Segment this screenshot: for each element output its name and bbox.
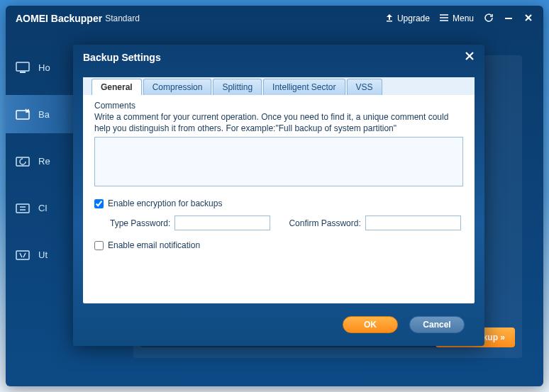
dialog-body: General Compression Splitting Intelligen… bbox=[83, 77, 475, 303]
upgrade-button[interactable]: Upgrade bbox=[384, 13, 430, 25]
upgrade-icon bbox=[384, 13, 394, 25]
comments-heading: Comments bbox=[94, 101, 463, 111]
email-row: Enable email notification bbox=[94, 240, 463, 250]
comments-description: Write a comment for your current operati… bbox=[94, 112, 463, 134]
ok-button[interactable]: OK bbox=[343, 316, 398, 333]
dialog-title: Backup Settings bbox=[83, 52, 161, 63]
svg-point-0 bbox=[440, 14, 441, 16]
minimize-button[interactable] bbox=[504, 13, 514, 25]
backup-icon bbox=[16, 108, 31, 121]
encryption-label: Enable encryption for backups bbox=[108, 198, 222, 208]
tab-general[interactable]: General bbox=[92, 79, 142, 95]
minimize-icon bbox=[504, 13, 514, 25]
svg-rect-8 bbox=[16, 204, 29, 213]
email-checkbox[interactable] bbox=[94, 241, 104, 250]
restore-icon bbox=[16, 155, 31, 167]
refresh-icon bbox=[484, 13, 494, 25]
close-icon bbox=[523, 13, 533, 25]
close-icon bbox=[465, 51, 475, 61]
sidebar-item-label: Ho bbox=[38, 62, 50, 73]
utilities-icon bbox=[16, 248, 31, 261]
backup-settings-dialog: Backup Settings General Compression Spli… bbox=[73, 45, 484, 346]
app-window: AOMEI Backupper Standard Upgrade Menu bbox=[6, 6, 543, 386]
menu-label: Menu bbox=[453, 13, 474, 23]
sidebar-item-label: Cl bbox=[38, 203, 47, 213]
app-title: AOMEI Backupper bbox=[16, 13, 102, 24]
close-app-button[interactable] bbox=[523, 13, 533, 25]
type-password-input[interactable] bbox=[174, 215, 270, 230]
confirm-password-label: Confirm Password: bbox=[289, 218, 360, 228]
cancel-button[interactable]: Cancel bbox=[409, 316, 465, 333]
refresh-button[interactable] bbox=[484, 13, 494, 25]
upgrade-label: Upgrade bbox=[397, 13, 430, 23]
tab-splitting[interactable]: Splitting bbox=[213, 79, 262, 95]
encryption-row: Enable encryption for backups bbox=[94, 198, 463, 208]
dialog-footer: OK Cancel bbox=[343, 316, 465, 333]
password-row: Type Password: Confirm Password: bbox=[110, 215, 463, 230]
email-label: Enable email notification bbox=[108, 240, 200, 250]
svg-rect-5 bbox=[20, 72, 26, 73]
type-password-label: Type Password: bbox=[110, 218, 170, 228]
sidebar-item-label: Ut bbox=[38, 250, 48, 260]
tab-intelligent-sector[interactable]: Intelligent Sector bbox=[263, 79, 345, 95]
tab-vss[interactable]: VSS bbox=[347, 79, 382, 95]
svg-point-2 bbox=[440, 20, 441, 21]
svg-rect-3 bbox=[505, 18, 512, 19]
tab-compression[interactable]: Compression bbox=[143, 79, 212, 95]
dialog-close-button[interactable] bbox=[465, 51, 475, 64]
comments-input[interactable] bbox=[94, 137, 463, 186]
menu-button[interactable]: Menu bbox=[440, 13, 474, 25]
svg-point-1 bbox=[440, 17, 441, 18]
encryption-checkbox[interactable] bbox=[94, 199, 104, 208]
sidebar-item-label: Ba bbox=[38, 109, 50, 120]
tab-strip: General Compression Splitting Intelligen… bbox=[83, 77, 475, 95]
sidebar-item-label: Re bbox=[38, 156, 50, 167]
menu-icon bbox=[440, 13, 450, 25]
app-edition: Standard bbox=[105, 13, 140, 23]
confirm-password-input[interactable] bbox=[365, 215, 461, 230]
svg-rect-9 bbox=[16, 251, 29, 259]
clone-icon bbox=[16, 201, 31, 214]
tab-content-general: Comments Write a comment for your curren… bbox=[83, 95, 475, 259]
svg-rect-4 bbox=[16, 62, 29, 71]
dialog-header: Backup Settings bbox=[73, 45, 484, 70]
home-icon bbox=[16, 61, 31, 74]
titlebar: AOMEI Backupper Standard Upgrade Menu bbox=[6, 6, 543, 31]
